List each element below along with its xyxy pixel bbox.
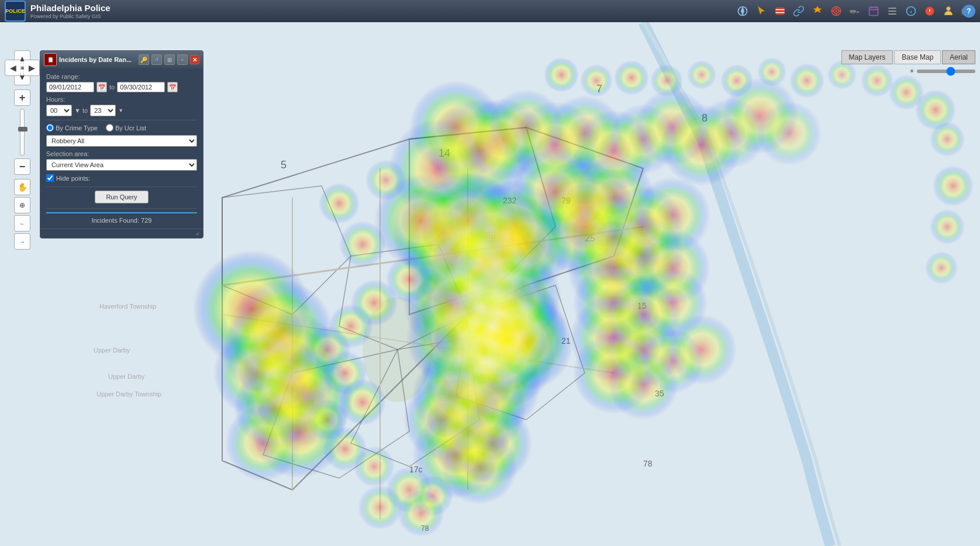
hide-points-row: Hide points:: [46, 174, 197, 182]
panel-close-button[interactable]: ✕: [190, 55, 199, 64]
divider-2: [46, 186, 197, 187]
hours-row: 0001061218 ▼ to 23221812 ▼: [46, 105, 197, 116]
panel-icon: 📋: [44, 53, 57, 66]
hours-to-separator: ▼ to: [74, 107, 88, 114]
zoom-out-button[interactable]: −: [14, 158, 30, 175]
help-button[interactable]: ?: [962, 5, 975, 18]
zoom-extent-button[interactable]: ⊕: [14, 197, 30, 213]
app-title-text: Philadelphia Police: [30, 3, 734, 13]
gun-icon[interactable]: [847, 3, 863, 19]
map[interactable]: 14 7 8 5 39 232 79 25 61 15 21 35 17c 78…: [0, 22, 980, 546]
brightness-controls: ☀: [909, 68, 975, 74]
resize-handle[interactable]: ⊿: [195, 231, 199, 236]
radio-row: By Crime Type By Ucr List: [46, 124, 197, 132]
target-icon[interactable]: [828, 3, 844, 19]
radio-ucr-list[interactable]: By Ucr List: [106, 124, 146, 132]
svg-point-6: [836, 11, 837, 12]
app-logo: POLICE: [5, 1, 26, 22]
svg-marker-2: [741, 11, 743, 15]
panel-body: Date range: 📅 to 📅 Hours: 0001061218 ▼ t…: [40, 68, 203, 229]
panel-settings-button[interactable]: ↺: [151, 54, 162, 65]
hours-label: Hours:: [46, 96, 197, 103]
run-query-button[interactable]: Run Query: [95, 191, 148, 203]
panel-refresh-button[interactable]: 🔑: [139, 54, 149, 65]
divider-1: [46, 120, 197, 120]
date-to-calendar-button[interactable]: 📅: [167, 82, 178, 92]
svg-marker-1: [741, 7, 743, 11]
crime-select-row: Robbery All Robbery Assault Burglary: [46, 135, 197, 147]
toolbar-icons: [734, 3, 975, 19]
base-map-button[interactable]: Base Map: [894, 50, 941, 64]
compass-icon[interactable]: [734, 3, 751, 19]
brightness-label: ☀: [909, 68, 915, 74]
toolbar: POLICE Philadelphia Police Powered by Pu…: [0, 0, 980, 22]
pointer-icon[interactable]: [753, 3, 769, 19]
map-layers-button[interactable]: Map Layers: [841, 50, 893, 64]
info-icon[interactable]: [903, 3, 919, 19]
panel-table-button[interactable]: ⊞: [164, 54, 175, 65]
radio-crime-type-label: By Crime Type: [56, 125, 98, 132]
route-shield-icon[interactable]: [772, 3, 788, 19]
radio-crime-type-input[interactable]: [46, 124, 54, 132]
panel-header[interactable]: 📋 Incidents by Date Ran... 🔑 ↺ ⊞ − ✕: [40, 51, 203, 68]
hour-to-select[interactable]: 23221812: [90, 105, 116, 116]
date-range-row: 📅 to 📅: [46, 82, 197, 92]
svg-rect-12: [869, 7, 878, 15]
panel-title: Incidents by Date Ran...: [59, 56, 136, 63]
nav-controls: ▲ ▼ ◀ ▶ ⊕ + − ✋ ⊕ ← →: [5, 50, 40, 250]
aerial-button[interactable]: Aerial: [942, 50, 975, 64]
zoom-in-button[interactable]: +: [14, 89, 30, 106]
date-to-separator: to: [109, 84, 115, 91]
panel: 📋 Incidents by Date Ran... 🔑 ↺ ⊞ − ✕ Dat…: [40, 50, 203, 239]
list-icon[interactable]: [884, 3, 900, 19]
date-from-input[interactable]: [46, 82, 94, 92]
warning-icon[interactable]: [922, 3, 938, 19]
pan-tool-button[interactable]: ✋: [14, 179, 30, 195]
radio-ucr-input[interactable]: [106, 124, 113, 132]
badge-icon[interactable]: [809, 3, 826, 19]
hide-points-checkbox[interactable]: [46, 174, 54, 182]
panel-footer: ⊿: [40, 229, 203, 238]
incidents-found-label: Incidents Found: 729: [46, 212, 197, 224]
calendar-icon[interactable]: [865, 3, 882, 19]
svg-rect-11: [852, 12, 854, 14]
person-icon[interactable]: [940, 3, 957, 19]
radio-ucr-label: By Ucr List: [115, 125, 146, 132]
svg-point-24: [929, 13, 930, 14]
divider-3: [46, 208, 197, 209]
date-to-input[interactable]: [117, 82, 165, 92]
selection-area-row: Current View Area District PSA: [46, 159, 197, 171]
selection-area-label: Selection area:: [46, 150, 197, 157]
date-range-label: Date range:: [46, 73, 197, 80]
map-controls-bar: Map Layers Base Map Aerial: [841, 50, 975, 64]
logo-text: POLICE: [5, 8, 25, 14]
link-icon[interactable]: [791, 3, 807, 19]
svg-rect-3: [776, 8, 785, 15]
hour-from-select[interactable]: 0001061218: [46, 105, 72, 116]
svg-point-25: [947, 7, 951, 11]
panel-minimize-button[interactable]: −: [177, 54, 188, 65]
radio-crime-type[interactable]: By Crime Type: [46, 124, 98, 132]
hide-points-label: Hide points:: [56, 175, 90, 182]
selection-area-select[interactable]: Current View Area District PSA: [46, 159, 197, 171]
date-from-calendar-button[interactable]: 📅: [96, 82, 107, 92]
app-subtitle: Powered by Public Safety GIS: [30, 13, 734, 19]
crime-type-select[interactable]: Robbery All Robbery Assault Burglary: [46, 135, 197, 147]
prev-extent-button[interactable]: ←: [14, 215, 30, 231]
next-extent-button[interactable]: →: [14, 233, 30, 250]
hours-to-arrow: ▼: [118, 108, 123, 113]
brightness-slider[interactable]: [917, 70, 975, 73]
zoom-slider[interactable]: [20, 109, 25, 155]
app-title: Philadelphia Police Powered by Public Sa…: [30, 3, 734, 19]
